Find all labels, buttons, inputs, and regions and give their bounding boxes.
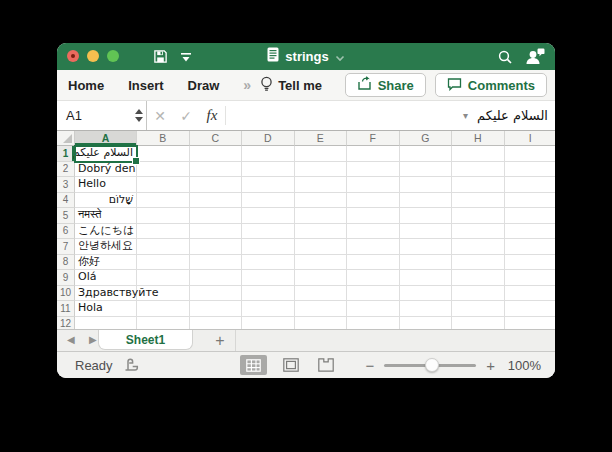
cell-A2[interactable]: Dobrý den — [75, 162, 137, 178]
cell-I7[interactable] — [505, 239, 556, 255]
cell-I6[interactable] — [505, 224, 556, 240]
column-header-A[interactable]: A — [75, 131, 137, 146]
column-header-I[interactable]: I — [505, 131, 556, 146]
cell-A3[interactable]: Hello — [75, 177, 137, 193]
cell-G11[interactable] — [400, 301, 453, 317]
cell-F5[interactable] — [347, 208, 400, 224]
cell-B5[interactable] — [137, 208, 190, 224]
cell-E7[interactable] — [295, 239, 348, 255]
zoom-slider[interactable] — [384, 364, 476, 367]
cell-I1[interactable] — [505, 146, 556, 162]
cell-E11[interactable] — [295, 301, 348, 317]
cell-F2[interactable] — [347, 162, 400, 178]
cell-F3[interactable] — [347, 177, 400, 193]
cell-C12[interactable] — [190, 317, 243, 330]
cell-I4[interactable] — [505, 193, 556, 209]
cell-C3[interactable] — [190, 177, 243, 193]
cell-E5[interactable] — [295, 208, 348, 224]
cell-A6[interactable]: こんにちは — [75, 224, 137, 240]
row-header-12[interactable]: 12 — [57, 317, 75, 330]
cell-H4[interactable] — [452, 193, 505, 209]
cell-B11[interactable] — [137, 301, 190, 317]
page-break-view-button[interactable] — [315, 355, 337, 375]
cell-I9[interactable] — [505, 270, 556, 286]
cell-E2[interactable] — [295, 162, 348, 178]
comments-button[interactable]: Comments — [435, 73, 547, 97]
cell-G9[interactable] — [400, 270, 453, 286]
row-header-6[interactable]: 6 — [57, 224, 75, 240]
formula-input[interactable]: ▾ السلام عليكم — [226, 101, 555, 130]
cell-E6[interactable] — [295, 224, 348, 240]
row-header-4[interactable]: 4 — [57, 193, 75, 209]
user-account-icon[interactable] — [525, 48, 545, 69]
cell-A10[interactable]: Здравствуйте — [75, 286, 137, 302]
column-header-D[interactable]: D — [242, 131, 295, 146]
cell-C5[interactable] — [190, 208, 243, 224]
row-header-2[interactable]: 2 — [57, 162, 75, 178]
cell-C9[interactable] — [190, 270, 243, 286]
cell-D8[interactable] — [242, 255, 295, 271]
column-header-E[interactable]: E — [295, 131, 348, 146]
cell-C7[interactable] — [190, 239, 243, 255]
column-header-H[interactable]: H — [452, 131, 505, 146]
row-header-7[interactable]: 7 — [57, 239, 75, 255]
cell-G7[interactable] — [400, 239, 453, 255]
cell-B9[interactable] — [137, 270, 190, 286]
cell-A9[interactable]: Olá — [75, 270, 137, 286]
cell-H7[interactable] — [452, 239, 505, 255]
confirm-entry-button[interactable]: ✓ — [173, 101, 199, 130]
cell-B3[interactable] — [137, 177, 190, 193]
cell-D11[interactable] — [242, 301, 295, 317]
cell-D3[interactable] — [242, 177, 295, 193]
row-header-11[interactable]: 11 — [57, 301, 75, 317]
tab-home[interactable]: Home — [68, 78, 104, 93]
cell-D2[interactable] — [242, 162, 295, 178]
cell-C1[interactable] — [190, 146, 243, 162]
cell-G5[interactable] — [400, 208, 453, 224]
zoom-in-button[interactable]: + — [486, 358, 495, 373]
cell-H1[interactable] — [452, 146, 505, 162]
column-header-B[interactable]: B — [137, 131, 190, 146]
cell-G3[interactable] — [400, 177, 453, 193]
cell-I5[interactable] — [505, 208, 556, 224]
row-header-10[interactable]: 10 — [57, 286, 75, 302]
cell-I11[interactable] — [505, 301, 556, 317]
cell-D10[interactable] — [242, 286, 295, 302]
macro-record-icon[interactable] — [123, 357, 140, 377]
cell-A5[interactable]: नमस्ते — [75, 208, 137, 224]
next-sheet-icon[interactable]: ▶ — [89, 334, 97, 345]
more-tabs-icon[interactable]: » — [243, 77, 250, 93]
cell-F1[interactable] — [347, 146, 400, 162]
cell-D4[interactable] — [242, 193, 295, 209]
cell-C2[interactable] — [190, 162, 243, 178]
cell-D9[interactable] — [242, 270, 295, 286]
cell-F10[interactable] — [347, 286, 400, 302]
cell-G12[interactable] — [400, 317, 453, 330]
cell-E10[interactable] — [295, 286, 348, 302]
cell-D12[interactable] — [242, 317, 295, 330]
cell-A12[interactable] — [75, 317, 137, 330]
cell-H12[interactable] — [452, 317, 505, 330]
cell-B7[interactable] — [137, 239, 190, 255]
cell-F4[interactable] — [347, 193, 400, 209]
spreadsheet-grid[interactable]: ABCDEFGHI1السلام عليكم2Dobrý den3Hello4ש… — [57, 131, 555, 329]
title-chevron-icon[interactable] — [335, 48, 345, 66]
cell-H6[interactable] — [452, 224, 505, 240]
cancel-entry-button[interactable]: ✕ — [147, 101, 173, 130]
row-header-3[interactable]: 3 — [57, 177, 75, 193]
share-button[interactable]: Share — [345, 73, 426, 97]
cell-E1[interactable] — [295, 146, 348, 162]
cell-C6[interactable] — [190, 224, 243, 240]
cell-H10[interactable] — [452, 286, 505, 302]
search-icon[interactable] — [497, 49, 513, 69]
cell-H9[interactable] — [452, 270, 505, 286]
cell-F11[interactable] — [347, 301, 400, 317]
cell-E4[interactable] — [295, 193, 348, 209]
cell-A11[interactable]: Hola — [75, 301, 137, 317]
cell-A4[interactable]: שָׁלוֹם — [75, 193, 137, 209]
page-layout-view-button[interactable] — [280, 355, 302, 375]
row-header-5[interactable]: 5 — [57, 208, 75, 224]
cell-G4[interactable] — [400, 193, 453, 209]
cell-G10[interactable] — [400, 286, 453, 302]
cell-H11[interactable] — [452, 301, 505, 317]
